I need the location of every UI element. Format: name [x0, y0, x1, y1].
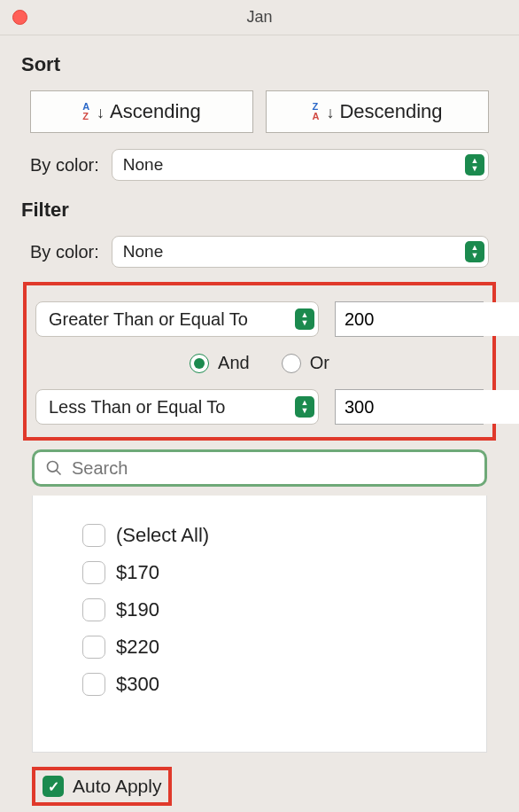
filter-by-color-label: By color:: [30, 242, 99, 262]
svg-line-1: [57, 471, 61, 475]
criteria-value-1-input[interactable]: [336, 302, 519, 336]
logic-and-label: And: [218, 353, 250, 373]
criteria-highlight-box: Greater Than or Equal To ▲▼ ▼ And Or Les…: [23, 282, 496, 441]
radio-unselected-icon: [282, 354, 301, 373]
criteria-value-1-combo[interactable]: ▼: [335, 301, 484, 337]
list-item-label: $220: [116, 636, 159, 659]
checkbox[interactable]: [82, 598, 105, 621]
checkbox[interactable]: [82, 636, 105, 659]
close-window-button[interactable]: [12, 10, 27, 25]
filter-by-color-select[interactable]: None ▲▼: [112, 236, 489, 268]
filter-by-color-value: None: [123, 242, 163, 262]
window-title: Jan: [0, 8, 519, 27]
list-item[interactable]: $170: [82, 554, 474, 591]
sort-asc-label: Ascending: [110, 100, 201, 123]
list-item[interactable]: $220: [82, 629, 474, 666]
sort-ascending-button[interactable]: AZ Ascending: [30, 90, 253, 133]
list-item-label: (Select All): [116, 524, 209, 547]
arrow-down-icon: [326, 100, 334, 123]
az-down-icon: AZ: [82, 102, 89, 121]
chevron-up-down-icon: ▲▼: [465, 154, 484, 176]
sort-desc-label: Descending: [339, 100, 442, 123]
sort-by-color-label: By color:: [30, 155, 99, 176]
chevron-up-down-icon: ▲▼: [295, 308, 314, 330]
list-item[interactable]: $190: [82, 591, 474, 629]
logic-or-label: Or: [310, 353, 329, 373]
chevron-up-down-icon: ▲▼: [465, 241, 484, 262]
sort-descending-button[interactable]: ZA Descending: [266, 90, 489, 133]
titlebar: Jan: [0, 0, 519, 35]
arrow-down-icon: [97, 100, 105, 123]
filter-heading: Filter: [21, 199, 498, 222]
filter-values-list[interactable]: (Select All) $170 $190 $220 $300: [32, 496, 487, 753]
checkbox[interactable]: [82, 524, 105, 547]
auto-apply-label: Auto Apply: [73, 776, 161, 797]
za-down-icon: ZA: [312, 102, 319, 121]
list-item-label: $190: [116, 598, 159, 621]
list-item-label: $300: [116, 673, 159, 696]
checkbox[interactable]: [82, 561, 105, 584]
radio-selected-icon: [190, 354, 209, 373]
criteria-operator-2-select[interactable]: Less Than or Equal To ▲▼: [35, 389, 319, 425]
list-item[interactable]: $300: [82, 666, 474, 703]
logic-or-radio[interactable]: Or: [282, 353, 329, 373]
logic-and-radio[interactable]: And: [190, 353, 250, 373]
search-field[interactable]: [32, 449, 487, 487]
criteria-op-2-label: Less Than or Equal To: [49, 397, 225, 418]
list-item-label: $170: [116, 561, 159, 584]
svg-point-0: [48, 462, 58, 472]
auto-apply-highlight-box: ✓ Auto Apply: [32, 767, 172, 806]
search-input[interactable]: [72, 458, 474, 479]
criteria-operator-1-select[interactable]: Greater Than or Equal To ▲▼: [35, 301, 319, 337]
auto-apply-checkbox[interactable]: ✓: [43, 776, 64, 797]
search-icon: [45, 459, 63, 477]
sort-by-color-value: None: [123, 155, 163, 175]
sort-by-color-select[interactable]: None ▲▼: [112, 149, 489, 181]
list-item[interactable]: (Select All): [82, 517, 474, 554]
chevron-up-down-icon: ▲▼: [295, 396, 314, 418]
sort-heading: Sort: [21, 53, 498, 76]
checkbox[interactable]: [82, 673, 105, 696]
criteria-op-1-label: Greater Than or Equal To: [49, 309, 248, 330]
criteria-value-2-combo[interactable]: ▼: [335, 389, 484, 425]
criteria-value-2-input[interactable]: [336, 390, 519, 424]
